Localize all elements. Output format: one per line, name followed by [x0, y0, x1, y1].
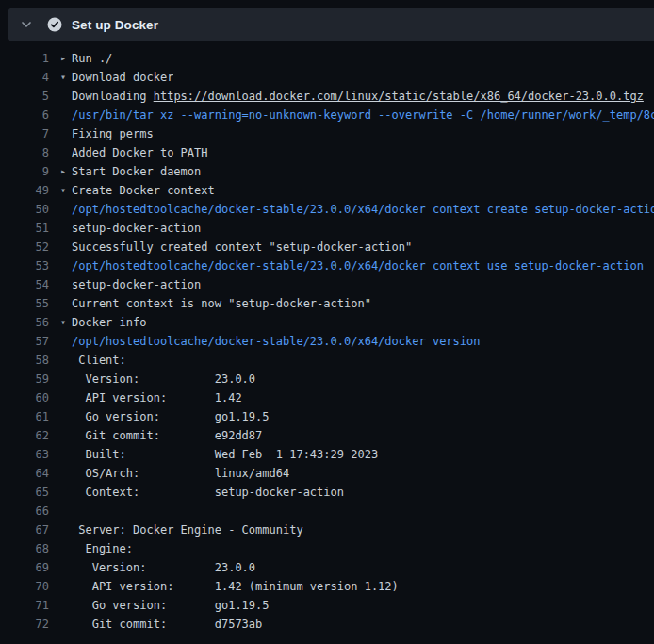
actions-log-page: Set up Docker 1▸Run ./4▾Download docker5… [0, 0, 654, 644]
log-text: Download docker [72, 68, 173, 87]
log-line: 49▾Create Docker context [8, 181, 654, 200]
line-number[interactable]: 7 [8, 124, 49, 143]
log-text: Docker info [72, 313, 146, 332]
command-text: /opt/hostedtoolcache/docker-stable/23.0.… [72, 332, 480, 351]
line-number[interactable]: 55 [8, 294, 49, 313]
line-number[interactable]: 68 [8, 539, 49, 558]
log-line: 4▾Download docker [8, 68, 654, 87]
log-line: 71 Go version: go1.19.5 [8, 596, 654, 615]
log-link[interactable]: https://download.docker.com/linux/static… [154, 90, 644, 103]
log-text: Client: [72, 351, 126, 370]
log-text: Built: Wed Feb 1 17:43:29 2023 [72, 445, 378, 464]
log-line: 63 Built: Wed Feb 1 17:43:29 2023 [8, 445, 654, 464]
indent-spacer [60, 124, 72, 143]
group-expanded-icon[interactable]: ▾ [60, 181, 72, 200]
log-text: Run ./ [72, 49, 112, 68]
line-number[interactable]: 5 [8, 87, 49, 106]
command-text: /opt/hostedtoolcache/docker-stable/23.0.… [72, 200, 654, 219]
log-lines: 1▸Run ./4▾Download docker5Downloading ht… [8, 41, 654, 634]
line-number[interactable]: 60 [8, 388, 49, 407]
log-text: Added Docker to PATH [72, 143, 208, 162]
step-header[interactable]: Set up Docker [8, 8, 654, 41]
line-number[interactable]: 67 [8, 520, 49, 539]
line-number[interactable]: 50 [8, 200, 49, 219]
log-line: 6/usr/bin/tar xz --warning=no-unknown-ke… [8, 106, 654, 124]
log-text: Git commit: d7573ab [72, 615, 262, 634]
line-number[interactable]: 58 [8, 351, 49, 370]
line-number[interactable]: 59 [8, 370, 49, 388]
line-number[interactable]: 69 [8, 558, 49, 577]
line-number[interactable]: 53 [8, 256, 49, 275]
line-number[interactable]: 70 [8, 577, 49, 596]
line-number[interactable]: 65 [8, 483, 49, 502]
line-number[interactable]: 66 [8, 502, 49, 520]
line-number[interactable]: 71 [8, 596, 49, 615]
log-text: Go version: go1.19.5 [72, 407, 270, 426]
step-title: Set up Docker [72, 18, 158, 32]
log-text: Git commit: e92dd87 [72, 426, 262, 445]
group-expanded-icon[interactable]: ▾ [60, 68, 72, 87]
line-number[interactable]: 63 [8, 445, 49, 464]
line-number[interactable]: 52 [8, 238, 49, 256]
indent-spacer [60, 615, 72, 634]
command-text: /opt/hostedtoolcache/docker-stable/23.0.… [72, 256, 644, 275]
log-line: 64 OS/Arch: linux/amd64 [8, 464, 654, 483]
indent-spacer [60, 143, 72, 162]
line-number[interactable]: 9 [8, 162, 49, 181]
log-text: Go version: go1.19.5 [72, 596, 270, 615]
command-text: /usr/bin/tar xz --warning=no-unknown-key… [72, 106, 654, 124]
line-number[interactable]: 4 [8, 68, 49, 87]
indent-spacer [60, 256, 72, 275]
log-line: 50/opt/hostedtoolcache/docker-stable/23.… [8, 200, 654, 219]
log-line: 56▾Docker info [8, 313, 654, 332]
group-expanded-icon[interactable]: ▾ [60, 313, 72, 332]
line-number[interactable]: 72 [8, 615, 49, 634]
log-line: 54setup-docker-action [8, 275, 654, 294]
log-line: 62 Git commit: e92dd87 [8, 426, 654, 445]
log-line: 5Downloading https://download.docker.com… [8, 87, 654, 106]
line-number[interactable]: 54 [8, 275, 49, 294]
line-number[interactable]: 57 [8, 332, 49, 351]
log-text: Start Docker daemon [72, 162, 201, 181]
line-number[interactable]: 6 [8, 106, 49, 124]
log-line: 59 Version: 23.0.0 [8, 370, 654, 388]
check-circle-icon [47, 17, 62, 32]
log-text: Version: 23.0.0 [72, 558, 255, 577]
log-text: setup-docker-action [72, 275, 201, 294]
group-collapsed-icon[interactable]: ▸ [60, 162, 72, 181]
log-line: 7Fixing perms [8, 124, 654, 143]
line-number[interactable]: 64 [8, 464, 49, 483]
log-text: Create Docker context [72, 181, 215, 200]
indent-spacer [60, 275, 72, 294]
line-number[interactable]: 56 [8, 313, 49, 332]
indent-spacer [60, 106, 72, 124]
indent-spacer [60, 577, 72, 596]
log-line: 8Added Docker to PATH [8, 143, 654, 162]
chevron-down-icon[interactable] [19, 17, 34, 32]
log-text: Fixing perms [72, 124, 154, 143]
indent-spacer [60, 445, 72, 464]
indent-spacer [60, 539, 72, 558]
line-number[interactable]: 49 [8, 181, 49, 200]
log-text: Downloading [72, 90, 154, 103]
log-line: 70 API version: 1.42 (minimum version 1.… [8, 577, 654, 596]
indent-spacer [60, 426, 72, 445]
indent-spacer [60, 558, 72, 577]
log-line: 60 API version: 1.42 [8, 388, 654, 407]
line-number[interactable]: 1 [8, 49, 49, 68]
line-number[interactable]: 62 [8, 426, 49, 445]
log-line: 53/opt/hostedtoolcache/docker-stable/23.… [8, 256, 654, 275]
indent-spacer [60, 520, 72, 539]
line-number[interactable]: 8 [8, 143, 49, 162]
log-text: API version: 1.42 (minimum version 1.12) [72, 577, 399, 596]
log-line: 58 Client: [8, 351, 654, 370]
log-line: 66 [8, 502, 654, 520]
log-text: Successfully created context "setup-dock… [72, 238, 412, 256]
log-text: Version: 23.0.0 [72, 370, 255, 388]
indent-spacer [60, 294, 72, 313]
group-collapsed-icon[interactable]: ▸ [60, 49, 72, 68]
log-line: 68 Engine: [8, 539, 654, 558]
line-number[interactable]: 61 [8, 407, 49, 426]
line-number[interactable]: 51 [8, 219, 49, 238]
log-line: 57/opt/hostedtoolcache/docker-stable/23.… [8, 332, 654, 351]
